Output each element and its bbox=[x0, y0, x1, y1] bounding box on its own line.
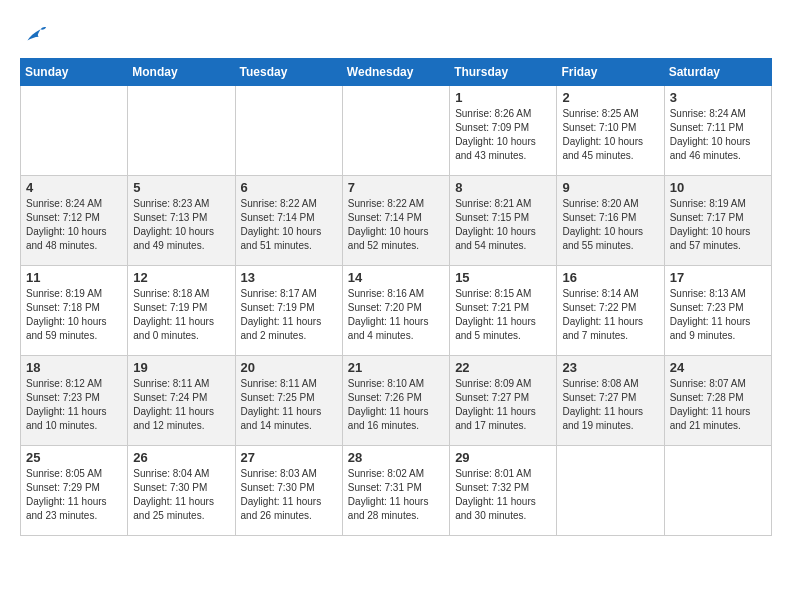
calendar-cell: 28Sunrise: 8:02 AM Sunset: 7:31 PM Dayli… bbox=[342, 446, 449, 536]
day-number: 8 bbox=[455, 180, 551, 195]
day-info: Sunrise: 8:13 AM Sunset: 7:23 PM Dayligh… bbox=[670, 287, 766, 343]
calendar-cell: 9Sunrise: 8:20 AM Sunset: 7:16 PM Daylig… bbox=[557, 176, 664, 266]
day-number: 26 bbox=[133, 450, 229, 465]
day-number: 9 bbox=[562, 180, 658, 195]
day-number: 27 bbox=[241, 450, 337, 465]
day-number: 13 bbox=[241, 270, 337, 285]
calendar-cell: 12Sunrise: 8:18 AM Sunset: 7:19 PM Dayli… bbox=[128, 266, 235, 356]
day-number: 21 bbox=[348, 360, 444, 375]
calendar-cell: 11Sunrise: 8:19 AM Sunset: 7:18 PM Dayli… bbox=[21, 266, 128, 356]
day-info: Sunrise: 8:14 AM Sunset: 7:22 PM Dayligh… bbox=[562, 287, 658, 343]
day-number: 22 bbox=[455, 360, 551, 375]
calendar-cell: 15Sunrise: 8:15 AM Sunset: 7:21 PM Dayli… bbox=[450, 266, 557, 356]
calendar-cell: 27Sunrise: 8:03 AM Sunset: 7:30 PM Dayli… bbox=[235, 446, 342, 536]
logo bbox=[20, 20, 52, 48]
calendar-week-row: 4Sunrise: 8:24 AM Sunset: 7:12 PM Daylig… bbox=[21, 176, 772, 266]
day-header-sunday: Sunday bbox=[21, 59, 128, 86]
calendar-cell: 20Sunrise: 8:11 AM Sunset: 7:25 PM Dayli… bbox=[235, 356, 342, 446]
day-number: 11 bbox=[26, 270, 122, 285]
day-info: Sunrise: 8:09 AM Sunset: 7:27 PM Dayligh… bbox=[455, 377, 551, 433]
day-info: Sunrise: 8:22 AM Sunset: 7:14 PM Dayligh… bbox=[241, 197, 337, 253]
calendar-cell: 10Sunrise: 8:19 AM Sunset: 7:17 PM Dayli… bbox=[664, 176, 771, 266]
day-header-monday: Monday bbox=[128, 59, 235, 86]
logo-bird-icon bbox=[20, 20, 48, 48]
calendar-cell: 23Sunrise: 8:08 AM Sunset: 7:27 PM Dayli… bbox=[557, 356, 664, 446]
day-header-thursday: Thursday bbox=[450, 59, 557, 86]
day-info: Sunrise: 8:16 AM Sunset: 7:20 PM Dayligh… bbox=[348, 287, 444, 343]
calendar-cell: 5Sunrise: 8:23 AM Sunset: 7:13 PM Daylig… bbox=[128, 176, 235, 266]
day-number: 20 bbox=[241, 360, 337, 375]
day-info: Sunrise: 8:18 AM Sunset: 7:19 PM Dayligh… bbox=[133, 287, 229, 343]
calendar-cell: 8Sunrise: 8:21 AM Sunset: 7:15 PM Daylig… bbox=[450, 176, 557, 266]
day-number: 23 bbox=[562, 360, 658, 375]
day-info: Sunrise: 8:04 AM Sunset: 7:30 PM Dayligh… bbox=[133, 467, 229, 523]
calendar-cell: 3Sunrise: 8:24 AM Sunset: 7:11 PM Daylig… bbox=[664, 86, 771, 176]
day-info: Sunrise: 8:11 AM Sunset: 7:25 PM Dayligh… bbox=[241, 377, 337, 433]
calendar-cell: 13Sunrise: 8:17 AM Sunset: 7:19 PM Dayli… bbox=[235, 266, 342, 356]
day-number: 14 bbox=[348, 270, 444, 285]
calendar-cell: 2Sunrise: 8:25 AM Sunset: 7:10 PM Daylig… bbox=[557, 86, 664, 176]
day-info: Sunrise: 8:15 AM Sunset: 7:21 PM Dayligh… bbox=[455, 287, 551, 343]
calendar-cell: 17Sunrise: 8:13 AM Sunset: 7:23 PM Dayli… bbox=[664, 266, 771, 356]
day-number: 12 bbox=[133, 270, 229, 285]
day-info: Sunrise: 8:11 AM Sunset: 7:24 PM Dayligh… bbox=[133, 377, 229, 433]
calendar-cell: 16Sunrise: 8:14 AM Sunset: 7:22 PM Dayli… bbox=[557, 266, 664, 356]
day-info: Sunrise: 8:25 AM Sunset: 7:10 PM Dayligh… bbox=[562, 107, 658, 163]
calendar-cell: 1Sunrise: 8:26 AM Sunset: 7:09 PM Daylig… bbox=[450, 86, 557, 176]
day-header-saturday: Saturday bbox=[664, 59, 771, 86]
day-info: Sunrise: 8:08 AM Sunset: 7:27 PM Dayligh… bbox=[562, 377, 658, 433]
day-info: Sunrise: 8:02 AM Sunset: 7:31 PM Dayligh… bbox=[348, 467, 444, 523]
day-number: 24 bbox=[670, 360, 766, 375]
day-number: 5 bbox=[133, 180, 229, 195]
day-header-wednesday: Wednesday bbox=[342, 59, 449, 86]
calendar-cell: 4Sunrise: 8:24 AM Sunset: 7:12 PM Daylig… bbox=[21, 176, 128, 266]
day-info: Sunrise: 8:21 AM Sunset: 7:15 PM Dayligh… bbox=[455, 197, 551, 253]
day-info: Sunrise: 8:12 AM Sunset: 7:23 PM Dayligh… bbox=[26, 377, 122, 433]
day-number: 2 bbox=[562, 90, 658, 105]
calendar-cell: 26Sunrise: 8:04 AM Sunset: 7:30 PM Dayli… bbox=[128, 446, 235, 536]
calendar-cell: 7Sunrise: 8:22 AM Sunset: 7:14 PM Daylig… bbox=[342, 176, 449, 266]
calendar-cell: 29Sunrise: 8:01 AM Sunset: 7:32 PM Dayli… bbox=[450, 446, 557, 536]
calendar-cell: 18Sunrise: 8:12 AM Sunset: 7:23 PM Dayli… bbox=[21, 356, 128, 446]
header bbox=[20, 20, 772, 48]
day-number: 10 bbox=[670, 180, 766, 195]
day-number: 1 bbox=[455, 90, 551, 105]
day-info: Sunrise: 8:23 AM Sunset: 7:13 PM Dayligh… bbox=[133, 197, 229, 253]
calendar-cell: 25Sunrise: 8:05 AM Sunset: 7:29 PM Dayli… bbox=[21, 446, 128, 536]
calendar-cell bbox=[342, 86, 449, 176]
day-number: 29 bbox=[455, 450, 551, 465]
day-header-tuesday: Tuesday bbox=[235, 59, 342, 86]
day-info: Sunrise: 8:20 AM Sunset: 7:16 PM Dayligh… bbox=[562, 197, 658, 253]
calendar-cell: 14Sunrise: 8:16 AM Sunset: 7:20 PM Dayli… bbox=[342, 266, 449, 356]
day-info: Sunrise: 8:01 AM Sunset: 7:32 PM Dayligh… bbox=[455, 467, 551, 523]
calendar-cell bbox=[664, 446, 771, 536]
calendar-week-row: 18Sunrise: 8:12 AM Sunset: 7:23 PM Dayli… bbox=[21, 356, 772, 446]
day-number: 15 bbox=[455, 270, 551, 285]
day-number: 7 bbox=[348, 180, 444, 195]
day-info: Sunrise: 8:03 AM Sunset: 7:30 PM Dayligh… bbox=[241, 467, 337, 523]
day-info: Sunrise: 8:07 AM Sunset: 7:28 PM Dayligh… bbox=[670, 377, 766, 433]
calendar-cell: 24Sunrise: 8:07 AM Sunset: 7:28 PM Dayli… bbox=[664, 356, 771, 446]
day-number: 19 bbox=[133, 360, 229, 375]
calendar-week-row: 25Sunrise: 8:05 AM Sunset: 7:29 PM Dayli… bbox=[21, 446, 772, 536]
calendar-cell: 22Sunrise: 8:09 AM Sunset: 7:27 PM Dayli… bbox=[450, 356, 557, 446]
calendar-cell bbox=[21, 86, 128, 176]
calendar-cell: 21Sunrise: 8:10 AM Sunset: 7:26 PM Dayli… bbox=[342, 356, 449, 446]
day-number: 25 bbox=[26, 450, 122, 465]
calendar-cell bbox=[128, 86, 235, 176]
calendar-cell bbox=[235, 86, 342, 176]
day-info: Sunrise: 8:05 AM Sunset: 7:29 PM Dayligh… bbox=[26, 467, 122, 523]
days-header-row: SundayMondayTuesdayWednesdayThursdayFrid… bbox=[21, 59, 772, 86]
day-info: Sunrise: 8:24 AM Sunset: 7:11 PM Dayligh… bbox=[670, 107, 766, 163]
day-info: Sunrise: 8:19 AM Sunset: 7:17 PM Dayligh… bbox=[670, 197, 766, 253]
calendar-cell bbox=[557, 446, 664, 536]
day-number: 18 bbox=[26, 360, 122, 375]
calendar-table: SundayMondayTuesdayWednesdayThursdayFrid… bbox=[20, 58, 772, 536]
calendar-cell: 19Sunrise: 8:11 AM Sunset: 7:24 PM Dayli… bbox=[128, 356, 235, 446]
day-number: 6 bbox=[241, 180, 337, 195]
day-number: 3 bbox=[670, 90, 766, 105]
day-info: Sunrise: 8:17 AM Sunset: 7:19 PM Dayligh… bbox=[241, 287, 337, 343]
day-number: 16 bbox=[562, 270, 658, 285]
day-number: 28 bbox=[348, 450, 444, 465]
day-header-friday: Friday bbox=[557, 59, 664, 86]
